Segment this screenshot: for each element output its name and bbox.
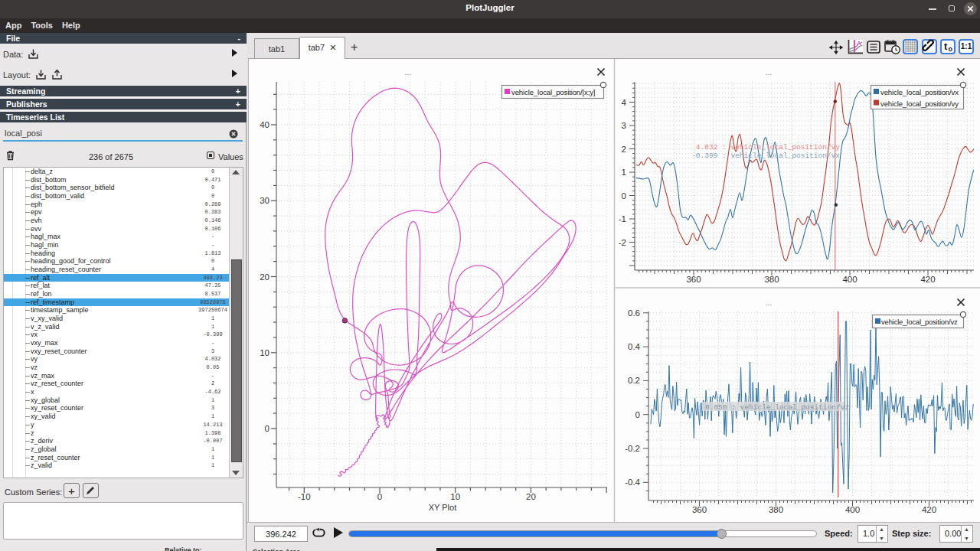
svg-text:30: 30	[260, 196, 270, 205]
svg-text:4: 4	[622, 98, 627, 107]
svg-text:400: 400	[842, 275, 857, 284]
svg-text:...: ...	[766, 298, 772, 307]
svg-text:...: ...	[766, 68, 772, 77]
svg-text:420: 420	[922, 505, 936, 514]
svg-text:360: 360	[686, 275, 701, 284]
svg-text:380: 380	[764, 275, 779, 284]
svg-text:4.032 : vehicle_local_position: 4.032 : vehicle_local_position/vy	[696, 143, 840, 152]
svg-text:-2: -2	[619, 238, 626, 247]
svg-text:0: 0	[635, 410, 640, 419]
svg-text:2: 2	[622, 145, 626, 154]
svg-text:vehicle_local_position/[x;y]: vehicle_local_position/[x;y]	[511, 88, 595, 96]
svg-text:0.2: 0.2	[628, 376, 640, 385]
svg-text:vehicle_local_position/vx: vehicle_local_position/vx	[880, 88, 959, 96]
svg-text:400: 400	[845, 505, 860, 514]
svg-text:0.4: 0.4	[628, 342, 641, 351]
svg-text:10: 10	[260, 348, 270, 357]
svg-text:0.6: 0.6	[628, 308, 640, 318]
svg-text:vehicle_local_position/vz: vehicle_local_position/vz	[881, 318, 958, 326]
svg-text:-0.399 : vehicle_local_positio: -0.399 : vehicle_local_position/vx	[691, 152, 840, 160]
svg-text:-0.4: -0.4	[625, 478, 640, 487]
svg-text:360: 360	[692, 505, 707, 514]
svg-text:1: 1	[622, 168, 626, 177]
svg-text:10: 10	[450, 492, 460, 501]
svg-text:...: ...	[405, 68, 411, 77]
svg-text:0: 0	[377, 492, 382, 501]
svg-text:A: A	[857, 40, 861, 47]
svg-text:-10: -10	[298, 492, 311, 501]
svg-text:XY Plot: XY Plot	[429, 503, 457, 512]
svg-text:20: 20	[260, 272, 270, 282]
svg-text:3: 3	[622, 121, 626, 130]
svg-text:-1: -1	[619, 214, 626, 223]
svg-text:-0.2: -0.2	[625, 444, 640, 453]
svg-text:vehicle_local_position/vy: vehicle_local_position/vy	[880, 99, 959, 108]
svg-text:420: 420	[920, 275, 935, 284]
svg-text:0: 0	[265, 424, 270, 433]
svg-text:380: 380	[769, 505, 783, 514]
svg-text:40: 40	[260, 120, 270, 129]
svg-text:20: 20	[526, 492, 536, 501]
svg-text:0.050 : vehicle_local_position: 0.050 : vehicle_local_position/vz	[705, 403, 849, 412]
svg-text:0: 0	[622, 191, 626, 201]
